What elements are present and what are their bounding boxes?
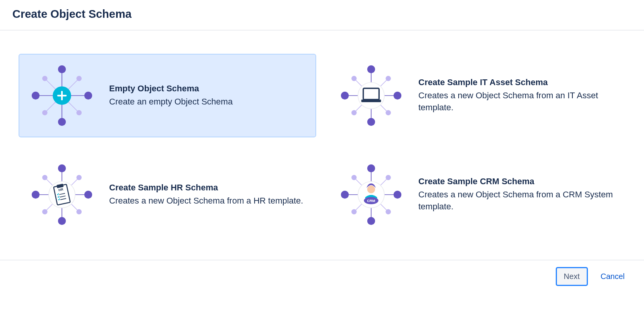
svg-point-76	[385, 209, 391, 214]
svg-point-33	[351, 110, 357, 115]
svg-point-72	[394, 191, 401, 199]
next-button[interactable]: Next	[556, 267, 587, 286]
option-description: Creates a new Object Schema from a HR te…	[109, 195, 308, 207]
svg-point-15	[76, 110, 82, 115]
option-description: Creates a new Object Schema from a CRM S…	[418, 189, 617, 213]
option-title: Create Sample IT Asset Schema	[418, 77, 617, 87]
svg-point-11	[84, 92, 92, 99]
dialog-header: Create Object Schema	[0, 0, 644, 31]
it-asset-schema-icon	[336, 61, 406, 130]
option-title: Create Sample HR Schema	[109, 183, 308, 193]
svg-point-70	[367, 217, 375, 225]
option-text: Empty Object Schema Create an empty Obje…	[109, 84, 308, 108]
empty-schema-icon	[27, 61, 97, 130]
svg-rect-37	[361, 99, 381, 102]
svg-point-69	[367, 164, 375, 172]
dialog-footer: Next Cancel	[0, 260, 644, 293]
svg-point-10	[32, 92, 39, 99]
svg-point-9	[58, 118, 66, 126]
hr-schema-icon: HR	[27, 160, 97, 229]
schema-options-grid: Empty Object Schema Create an empty Obje…	[19, 54, 625, 236]
option-text: Create Sample IT Asset Schema Creates a …	[418, 77, 617, 114]
svg-point-47	[58, 217, 66, 225]
svg-point-75	[351, 209, 357, 214]
dialog-body: Empty Object Schema Create an empty Obje…	[0, 31, 644, 260]
svg-point-49	[84, 191, 92, 199]
svg-point-50	[42, 175, 48, 180]
option-title: Create Sample CRM Schema	[418, 176, 617, 187]
svg-point-28	[367, 118, 375, 126]
svg-point-71	[341, 191, 349, 199]
svg-rect-36	[363, 88, 379, 99]
svg-text:CRM: CRM	[367, 199, 375, 203]
option-it-asset-schema[interactable]: Create Sample IT Asset Schema Creates a …	[328, 54, 625, 137]
svg-point-29	[341, 92, 349, 99]
svg-point-12	[42, 76, 48, 81]
option-hr-schema[interactable]: HR Create Sample HR Schema Creates a new…	[19, 153, 316, 236]
option-text: Create Sample HR Schema Creates a new Ob…	[109, 183, 308, 207]
svg-point-8	[58, 65, 66, 73]
svg-point-53	[76, 209, 82, 214]
option-crm-schema[interactable]: CRM Create Sample CRM Schema Creates a n…	[328, 153, 625, 236]
svg-point-46	[58, 164, 66, 172]
create-object-schema-dialog: Create Object Schema	[0, 0, 644, 293]
svg-point-48	[32, 191, 39, 199]
svg-point-30	[394, 92, 401, 99]
svg-point-14	[42, 110, 48, 115]
svg-point-51	[76, 175, 82, 180]
cancel-button[interactable]: Cancel	[594, 268, 632, 285]
option-description: Create an empty Object Schema	[109, 96, 308, 108]
svg-point-74	[385, 175, 391, 180]
option-description: Creates a new Object Schema from an IT A…	[418, 90, 617, 114]
svg-point-34	[385, 110, 391, 115]
dialog-title: Create Object Schema	[12, 8, 632, 21]
crm-schema-icon: CRM	[336, 160, 406, 229]
option-text: Create Sample CRM Schema Creates a new O…	[418, 176, 617, 213]
svg-point-73	[351, 175, 357, 180]
svg-point-31	[351, 76, 357, 81]
svg-point-13	[76, 76, 82, 81]
option-empty-schema[interactable]: Empty Object Schema Create an empty Obje…	[19, 54, 316, 137]
option-title: Empty Object Schema	[109, 84, 308, 94]
svg-point-27	[367, 65, 375, 73]
svg-point-52	[42, 209, 48, 214]
svg-point-32	[385, 76, 391, 81]
